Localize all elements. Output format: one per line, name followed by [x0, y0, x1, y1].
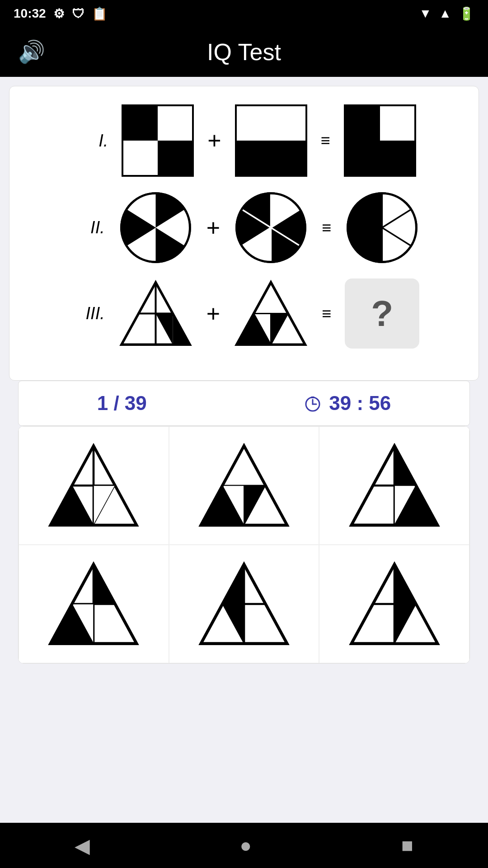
shape-2a — [118, 190, 193, 265]
shape-1b — [235, 104, 307, 177]
nav-back-button[interactable]: ◀ — [75, 834, 90, 857]
answer-shape-1 — [44, 440, 143, 531]
status-right: ▼ ▲ 🔋 — [419, 6, 474, 21]
plus-1: + — [207, 127, 221, 154]
progress-text: 1 / 39 — [97, 392, 147, 415]
answer-shape-5 — [194, 559, 294, 649]
equation-row-1: I. + ≡ — [23, 104, 465, 177]
plus-3: + — [206, 300, 220, 327]
shape-2c — [345, 190, 419, 265]
timer-section: 39 : 56 — [304, 392, 391, 415]
row-label-2: II. — [69, 218, 105, 237]
timer-text: 39 : 56 — [329, 392, 391, 415]
answer-shape-2 — [194, 440, 294, 531]
answer-option-6[interactable] — [319, 545, 469, 663]
svg-marker-57 — [222, 446, 265, 486]
equals-1: ≡ — [321, 131, 330, 150]
shape-2b — [234, 190, 308, 265]
shield-icon: 🛡 — [72, 6, 84, 21]
clipboard-icon: 📋 — [92, 6, 108, 21]
wifi-icon: ▼ — [419, 6, 432, 21]
shape-3a — [118, 278, 193, 349]
app-title: IQ Test — [207, 38, 281, 66]
answer-option-2[interactable] — [169, 426, 319, 545]
nav-bar: ◀ ● ■ — [0, 823, 488, 868]
question-mark-box[interactable]: ? — [345, 278, 419, 349]
main-content: I. + ≡ — [0, 77, 488, 673]
equals-2: ≡ — [322, 218, 331, 237]
svg-marker-39 — [254, 283, 288, 314]
answer-shape-3 — [345, 440, 444, 531]
app-bar: 🔊 IQ Test — [0, 27, 488, 77]
equation-row-3: III. + — [23, 278, 465, 349]
answer-option-5[interactable] — [169, 545, 319, 663]
nav-recent-button[interactable]: ■ — [401, 834, 413, 857]
status-left: 10:32 ⚙ 🛡 📋 — [14, 6, 108, 21]
shape-1c — [344, 104, 416, 177]
timer-icon — [304, 394, 322, 412]
equals-3: ≡ — [322, 304, 331, 323]
volume-icon[interactable]: 🔊 — [18, 39, 45, 65]
row-label-1: I. — [72, 131, 108, 151]
equation-row-2: II. + — [23, 190, 465, 265]
answer-option-3[interactable] — [319, 426, 469, 545]
settings-icon: ⚙ — [53, 6, 65, 21]
status-bar: 10:32 ⚙ 🛡 📋 ▼ ▲ 🔋 — [0, 0, 488, 27]
answer-shape-4 — [44, 559, 143, 649]
svg-marker-35 — [173, 314, 190, 345]
answers-grid — [18, 426, 470, 664]
shape-1a — [122, 104, 194, 177]
nav-home-button[interactable]: ● — [239, 834, 252, 857]
plus-2: + — [206, 214, 220, 241]
progress-timer-bar: 1 / 39 39 : 56 — [18, 381, 470, 426]
answer-option-4[interactable] — [19, 545, 169, 663]
signal-icon: ▲ — [439, 6, 451, 21]
battery-icon: 🔋 — [459, 6, 474, 21]
svg-rect-48 — [311, 396, 314, 398]
question-card: I. + ≡ — [9, 86, 479, 381]
status-time: 10:32 — [14, 6, 46, 21]
answer-shape-6 — [345, 559, 444, 649]
shape-3b — [234, 278, 308, 349]
answer-option-1[interactable] — [19, 426, 169, 545]
row-label-3: III. — [69, 304, 105, 323]
